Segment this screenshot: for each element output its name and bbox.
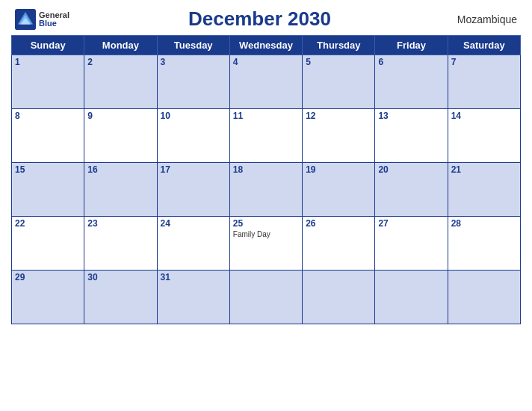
day-cell: 6 — [375, 55, 448, 109]
day-cell: 3 — [157, 55, 229, 109]
date-number: 6 — [378, 57, 444, 67]
date-number: 7 — [451, 57, 517, 67]
week-row-2: 891011121314 — [12, 109, 521, 163]
date-number: 22 — [15, 218, 81, 229]
date-number: 24 — [161, 218, 226, 229]
day-cell: 20 — [375, 163, 448, 217]
date-number: 17 — [161, 164, 226, 175]
day-cell: 16 — [84, 163, 157, 217]
day-cell: 11 — [229, 109, 302, 163]
header-tuesday: Tuesday — [157, 36, 229, 55]
day-cell: 15 — [12, 163, 84, 217]
date-number: 29 — [15, 272, 81, 282]
date-number: 16 — [87, 164, 153, 175]
date-number: 27 — [378, 218, 444, 229]
week-row-1: 1234567 — [12, 55, 521, 109]
header-saturday: Saturday — [448, 36, 520, 55]
day-cell: 23 — [84, 217, 157, 271]
day-cell: 25Family Day — [229, 217, 302, 271]
day-cell — [303, 271, 375, 324]
date-number: 1 — [15, 57, 81, 67]
header-friday: Friday — [375, 36, 448, 55]
day-cell: 24 — [157, 217, 229, 271]
date-number: 20 — [378, 164, 444, 175]
date-number: 13 — [378, 111, 444, 121]
day-cell: 29 — [12, 271, 84, 324]
day-cell: 12 — [303, 109, 375, 163]
day-cell: 21 — [448, 163, 520, 217]
day-cell: 22 — [12, 217, 84, 271]
day-cell: 10 — [157, 109, 229, 163]
date-number: 9 — [87, 111, 153, 121]
date-number: 5 — [306, 57, 371, 67]
header-wednesday: Wednesday — [229, 36, 302, 55]
logo-general-text: General — [39, 11, 69, 19]
date-number: 10 — [161, 111, 226, 121]
calendar-container: General Blue December 2030 Mozambique Su… — [0, 0, 532, 336]
date-number: 25 — [233, 218, 299, 229]
date-number: 28 — [451, 218, 517, 229]
date-number: 21 — [451, 164, 517, 175]
header-sunday: Sunday — [12, 36, 84, 55]
date-number: 15 — [15, 164, 81, 175]
weekday-header-row: Sunday Monday Tuesday Wednesday Thursday… — [12, 36, 521, 55]
day-cell: 27 — [375, 217, 448, 271]
day-cell — [375, 271, 448, 324]
day-cell: 17 — [157, 163, 229, 217]
week-row-3: 15161718192021 — [12, 163, 521, 217]
day-cell: 7 — [448, 55, 520, 109]
event-label: Family Day — [233, 230, 299, 238]
day-cell: 28 — [448, 217, 520, 271]
date-number: 8 — [15, 111, 81, 121]
date-number: 3 — [161, 57, 226, 67]
day-cell: 13 — [375, 109, 448, 163]
logo-area: General Blue — [15, 9, 69, 30]
date-number: 11 — [233, 111, 299, 121]
date-number: 31 — [161, 272, 226, 282]
country-name: Mozambique — [450, 13, 517, 25]
day-cell: 14 — [448, 109, 520, 163]
date-number: 14 — [451, 111, 517, 121]
day-cell — [448, 271, 520, 324]
date-number: 19 — [306, 164, 371, 175]
date-number: 18 — [233, 164, 299, 175]
calendar-title: December 2030 — [69, 7, 450, 31]
date-number: 26 — [306, 218, 371, 229]
day-cell: 4 — [229, 55, 302, 109]
date-number: 2 — [87, 57, 153, 67]
week-row-4: 22232425Family Day262728 — [12, 217, 521, 271]
day-cell: 8 — [12, 109, 84, 163]
logo-text: General Blue — [39, 11, 69, 28]
logo-blue-text: Blue — [39, 19, 69, 28]
day-cell: 26 — [303, 217, 375, 271]
day-cell: 2 — [84, 55, 157, 109]
day-cell: 9 — [84, 109, 157, 163]
day-cell: 5 — [303, 55, 375, 109]
header-monday: Monday — [84, 36, 157, 55]
day-cell: 19 — [303, 163, 375, 217]
day-cell — [229, 271, 302, 324]
date-number: 30 — [87, 272, 153, 282]
date-number: 4 — [233, 57, 299, 67]
calendar-table: Sunday Monday Tuesday Wednesday Thursday… — [11, 35, 521, 324]
day-cell: 31 — [157, 271, 229, 324]
day-cell: 18 — [229, 163, 302, 217]
header-thursday: Thursday — [303, 36, 375, 55]
header-row: General Blue December 2030 Mozambique — [11, 7, 521, 31]
date-number: 23 — [87, 218, 153, 229]
day-cell: 1 — [12, 55, 84, 109]
generalblue-logo-icon — [15, 9, 36, 30]
day-cell: 30 — [84, 271, 157, 324]
date-number: 12 — [306, 111, 371, 121]
week-row-5: 293031 — [12, 271, 521, 324]
